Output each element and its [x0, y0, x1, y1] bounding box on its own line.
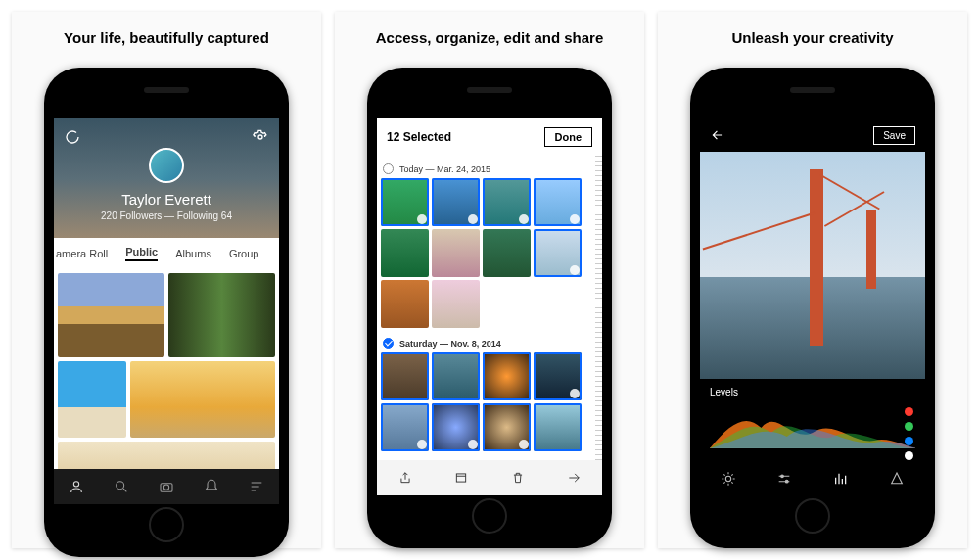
channel-dots	[905, 407, 913, 460]
photo-thumb[interactable]	[432, 403, 480, 451]
editor-toolbar	[700, 462, 925, 495]
photo-grid	[54, 269, 279, 469]
selection-header: 12 Selected Done	[377, 118, 602, 156]
done-button[interactable]: Done	[544, 127, 593, 147]
tab-camera-roll[interactable]: amera Roll	[56, 248, 108, 259]
phone-frame: Taylor Everett 220 Followers — Following…	[44, 68, 289, 557]
photo-thumb[interactable]	[130, 361, 275, 438]
editor-header: Save	[700, 118, 925, 152]
group-label: Today — Mar. 24, 2015	[399, 164, 490, 174]
headline: Your life, beautifully captured	[64, 29, 269, 46]
promo-panel-3: Unleash your creativity Save Levels	[658, 12, 967, 548]
list-icon[interactable]	[249, 479, 264, 494]
panel-label: Levels	[710, 387, 915, 397]
profile-stats: 220 Followers — Following 64	[54, 210, 279, 221]
selection-toolbar	[377, 460, 602, 495]
camera-icon[interactable]	[159, 479, 174, 494]
levels-panel: Levels	[700, 379, 925, 462]
photo-thumb[interactable]	[432, 178, 480, 226]
histogram-icon[interactable]	[833, 471, 849, 487]
svg-point-4	[163, 485, 168, 490]
lock-icon	[468, 214, 478, 224]
thumb-grid	[381, 178, 594, 328]
person-icon[interactable]	[69, 479, 84, 494]
photo-thumb[interactable]	[381, 229, 429, 277]
svg-point-2	[117, 482, 124, 490]
photo-thumb[interactable]	[58, 361, 126, 438]
sharpen-icon[interactable]	[889, 471, 905, 487]
photo-thumb[interactable]	[534, 229, 582, 277]
brightness-icon[interactable]	[721, 471, 736, 487]
headline: Unleash your creativity	[731, 29, 893, 46]
photo-thumb[interactable]	[381, 352, 429, 400]
svg-point-6	[725, 476, 730, 481]
lock-icon	[570, 265, 580, 275]
svg-rect-5	[457, 474, 466, 482]
trash-icon[interactable]	[510, 470, 526, 486]
share-icon[interactable]	[397, 470, 413, 486]
profile-tabs: amera Roll Public Albums Group	[54, 238, 279, 269]
headline: Access, organize, edit and share	[376, 29, 604, 46]
promo-panel-2: Access, organize, edit and share 12 Sele…	[335, 12, 644, 548]
photo-thumb[interactable]	[483, 352, 531, 400]
thumb-grid	[381, 352, 594, 451]
profile-name: Taylor Everett	[54, 191, 279, 208]
forward-icon[interactable]	[566, 470, 582, 486]
save-button[interactable]: Save	[873, 126, 915, 145]
phone-frame: 12 Selected Done Today — Mar. 24, 2015	[367, 68, 612, 548]
photo-thumb[interactable]	[381, 280, 429, 328]
tab-public[interactable]: Public	[125, 246, 158, 261]
lock-icon	[417, 214, 427, 224]
back-icon[interactable]	[710, 127, 725, 143]
photo-thumb[interactable]	[534, 403, 582, 451]
photo-thumb[interactable]	[483, 403, 531, 451]
channel-red[interactable]	[905, 407, 913, 416]
group-checkbox[interactable]	[383, 338, 394, 349]
channel-green[interactable]	[905, 422, 913, 431]
group-header[interactable]: Today — Mar. 24, 2015	[383, 163, 594, 174]
screen: Save Levels	[700, 118, 925, 495]
photo-thumb[interactable]	[483, 178, 531, 226]
photo-thumb[interactable]	[168, 273, 275, 357]
photo-thumb[interactable]	[534, 352, 582, 400]
channel-blue[interactable]	[905, 437, 913, 445]
selection-body: Today — Mar. 24, 2015 Saturday —	[377, 156, 602, 460]
screen: 12 Selected Done Today — Mar. 24, 2015	[377, 118, 602, 495]
scroll-ruler[interactable]	[595, 156, 602, 460]
lock-icon	[468, 440, 478, 449]
group-label: Saturday — Nov. 8, 2014	[399, 339, 501, 349]
photo-thumb[interactable]	[432, 229, 480, 277]
archive-icon[interactable]	[453, 470, 469, 486]
group-checkbox[interactable]	[383, 163, 394, 174]
lock-icon	[570, 214, 580, 224]
photo-thumb[interactable]	[432, 280, 480, 328]
photo-thumb[interactable]	[58, 442, 275, 469]
photo-thumb[interactable]	[381, 178, 429, 226]
edited-photo[interactable]	[700, 152, 925, 379]
gear-icon[interactable]	[252, 128, 269, 146]
search-icon[interactable]	[114, 479, 129, 494]
bell-icon[interactable]	[204, 479, 219, 494]
tab-albums[interactable]: Albums	[175, 248, 211, 259]
sliders-icon[interactable]	[776, 471, 792, 487]
avatar[interactable]	[149, 148, 184, 183]
lock-icon	[417, 440, 427, 449]
photo-thumb[interactable]	[381, 403, 429, 451]
lock-icon	[519, 440, 529, 449]
tab-groups[interactable]: Group	[229, 248, 259, 259]
lock-icon	[570, 389, 580, 398]
photo-thumb[interactable]	[432, 352, 480, 400]
photo-thumb[interactable]	[483, 229, 531, 277]
bottom-nav	[54, 469, 279, 504]
svg-point-0	[258, 135, 262, 139]
histogram[interactable]	[710, 403, 915, 448]
channel-luma[interactable]	[905, 451, 913, 460]
photo-thumb[interactable]	[534, 178, 582, 226]
group-header[interactable]: Saturday — Nov. 8, 2014	[383, 338, 594, 349]
refresh-icon[interactable]	[64, 128, 81, 146]
photo-thumb[interactable]	[58, 273, 164, 357]
screen: Taylor Everett 220 Followers — Following…	[54, 118, 279, 504]
promo-panel-1: Your life, beautifully captured Taylor E…	[12, 12, 321, 548]
lock-icon	[519, 214, 529, 224]
svg-point-7	[781, 475, 784, 478]
